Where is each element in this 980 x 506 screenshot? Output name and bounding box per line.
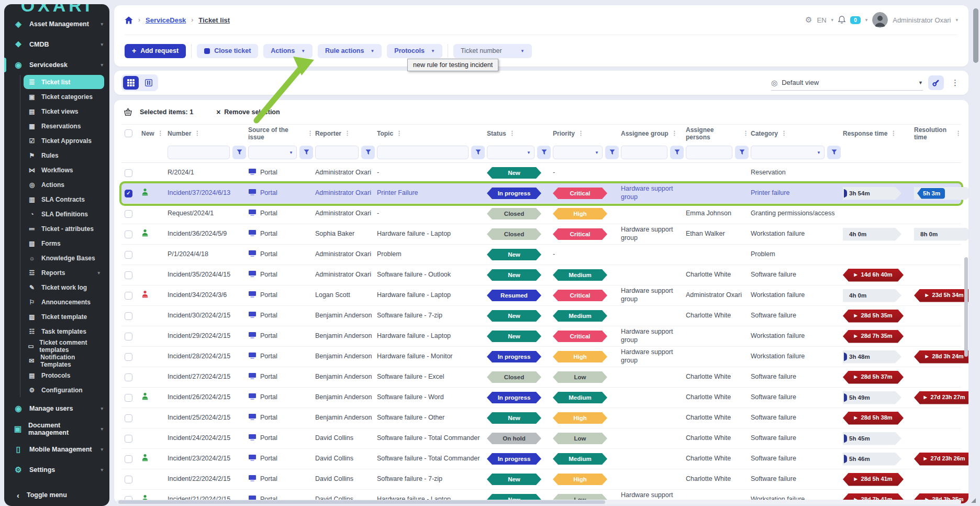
kebab-menu-button[interactable]: ⋮ [949, 78, 961, 87]
filter-funnel-button-category[interactable] [827, 146, 841, 159]
protocols-dropdown-button[interactable]: Protocols▼ [387, 44, 442, 58]
row-checkbox[interactable] [125, 373, 132, 381]
filter-input-assignee-persons[interactable] [686, 146, 732, 159]
sidebar-item-protocols[interactable]: ▤Protocols [24, 368, 104, 382]
table-row[interactable]: Incident/27/2024/2/15PortalBenjamin Ande… [121, 367, 961, 388]
table-row[interactable]: Request/2024/1PortalAdministrator Oxari-… [121, 204, 961, 224]
column-menu-icon[interactable]: ⋮ [743, 130, 749, 137]
sidebar-item-sla-definitions[interactable]: ◔SLA Definitions [24, 207, 104, 221]
filter-select-source-of-the-issue[interactable]: ▼ [248, 146, 297, 159]
table-row[interactable]: Incident/29/2024/2/15PortalBenjamin Ande… [121, 326, 961, 347]
filter-input-reporter[interactable] [315, 146, 359, 159]
sidebar-item-ticket-attributes[interactable]: ≔Ticket - attributes [24, 222, 104, 236]
toggle-menu-button[interactable]: ‹ Toggle menu [4, 486, 109, 504]
filter-funnel-button-assignee-persons[interactable] [735, 146, 749, 159]
sidebar-item-document-management[interactable]: ▣Document management▾ [4, 420, 109, 438]
sidebar-item-ticket-comment-templates[interactable]: ▭Ticket comment templates [24, 339, 104, 353]
wrench-button[interactable] [928, 75, 944, 90]
sidebar-item-configuration[interactable]: ⚙Configuration [24, 383, 104, 397]
table-row[interactable]: ✓Incident/37/2024/6/13PortalAdministrato… [121, 183, 961, 204]
language-selector[interactable]: EN [817, 16, 827, 24]
column-menu-icon[interactable]: ⋮ [344, 130, 350, 137]
column-menu-icon[interactable]: ⋮ [396, 130, 402, 137]
filter-funnel-button-source-of-the-issue[interactable] [299, 146, 313, 159]
sidebar-item-ticket-template[interactable]: ▨Ticket template [24, 310, 104, 324]
close-ticket-button[interactable]: Close ticket [197, 44, 258, 58]
filter-funnel-button-topic[interactable] [471, 146, 485, 159]
avatar[interactable] [872, 12, 888, 28]
row-checkbox[interactable] [125, 435, 132, 443]
actions-dropdown-button[interactable]: Actions▼ [263, 44, 313, 58]
row-checkbox[interactable] [125, 394, 132, 402]
row-checkbox[interactable] [125, 251, 132, 259]
sidebar-item-sla-contracts[interactable]: ▥SLA Contracts [24, 192, 104, 206]
column-menu-icon[interactable]: ⋮ [890, 130, 896, 137]
column-header-assignee-persons[interactable]: Assignee persons⋮ [686, 126, 749, 141]
sidebar-item-mobile-management[interactable]: ▯Mobile Management▾ [4, 441, 109, 458]
column-header-number[interactable]: Number⋮ [168, 130, 246, 137]
row-checkbox[interactable] [125, 210, 132, 218]
table-row[interactable]: Incident/22/2024/2/15PortalDavid Collins… [121, 469, 961, 490]
table-row[interactable]: Incident/26/2024/2/15PortalBenjamin Ande… [121, 388, 961, 408]
filter-funnel-button-assignee-group[interactable] [670, 146, 684, 159]
table-row[interactable]: R/2024/1PortalAdministrator Oxari-New-Re… [121, 163, 961, 183]
sidebar-item-ticket-views[interactable]: ▤Ticket views [24, 104, 104, 118]
home-icon[interactable] [125, 16, 133, 24]
view-selector[interactable]: ◎ Default view ▼ [771, 75, 923, 91]
sidebar-item-manage-users[interactable]: ◉Manage users▾ [4, 400, 109, 417]
filter-input-topic[interactable] [377, 146, 469, 159]
kanban-view-button[interactable] [141, 76, 157, 90]
filter-input-assignee-group[interactable] [621, 146, 667, 159]
column-header-new[interactable]: New⋮ [141, 130, 165, 137]
rule-actions-dropdown-item[interactable]: new rule for testing incident [407, 59, 498, 71]
column-header-priority[interactable]: Priority⋮ [553, 130, 619, 137]
sidebar-item-asset-management[interactable]: ◈Asset Management▾ [4, 15, 109, 33]
row-checkbox[interactable] [125, 312, 132, 320]
column-menu-icon[interactable]: ⋮ [509, 130, 515, 137]
sidebar-item-notification-templates[interactable]: ✉Notification Templates [24, 354, 104, 368]
add-request-button[interactable]: + Add request [125, 44, 186, 58]
breadcrumb-servicedesk[interactable]: ServiceDesk [146, 16, 186, 24]
table-row[interactable]: Incident/34/2024/3/6PortalLogan ScottHar… [121, 285, 961, 306]
breadcrumb-ticket-list[interactable]: Ticket list [198, 16, 230, 24]
sidebar-item-ticket-approvals[interactable]: ☑Ticket Approvals [24, 134, 104, 148]
table-row[interactable]: Incident/23/2024/2/15PortalDavid Collins… [121, 449, 961, 469]
filter-funnel-button-priority[interactable] [605, 146, 619, 159]
filter-select-priority[interactable]: ▼ [553, 146, 603, 159]
row-checkbox[interactable]: ✓ [125, 190, 132, 197]
column-header-topic[interactable]: Topic⋮ [377, 130, 485, 137]
column-header-response-time[interactable]: Response time⋮ [843, 130, 912, 137]
column-menu-icon[interactable]: ⋮ [158, 130, 163, 137]
rule-actions-dropdown-button[interactable]: Rule actions▼ [318, 44, 382, 58]
sidebar-item-workflows[interactable]: ⋈Workflows [24, 163, 104, 177]
sidebar-item-task-templates[interactable]: ☷Task templates [24, 324, 104, 338]
select-all-checkbox[interactable] [125, 129, 132, 137]
sidebar-item-ticket-categories[interactable]: ▣Ticket categories [24, 90, 104, 104]
sidebar-item-knowledge-bases[interactable]: ☼Knowledge Bases [24, 251, 104, 265]
column-header-reporter[interactable]: Reporter⋮ [315, 130, 375, 137]
table-row[interactable]: Incident/36/2024/5/9PortalSophia BakerHa… [121, 224, 961, 245]
column-header-assignee-group[interactable]: Assignee group⋮ [621, 130, 684, 137]
grid-view-button[interactable] [123, 76, 139, 90]
row-checkbox[interactable] [125, 455, 132, 463]
sidebar-item-actions[interactable]: ◎Actions [24, 178, 104, 192]
row-checkbox[interactable] [125, 169, 132, 177]
sidebar-item-servicedesk[interactable]: ◉Servicedesk▾ [4, 56, 109, 74]
page-scrollbar-thumb[interactable] [973, 8, 978, 63]
sidebar-item-forms[interactable]: ▧Forms [24, 236, 104, 250]
table-row[interactable]: Incident/24/2024/2/15PortalDavid Collins… [121, 428, 961, 449]
settings-gear-icon[interactable]: ⚙ [805, 15, 812, 25]
sidebar-item-rules[interactable]: ⚑Rules [24, 148, 104, 162]
filter-funnel-button-number[interactable] [232, 146, 246, 159]
column-header-status[interactable]: Status⋮ [487, 130, 551, 137]
filter-select-category[interactable]: ▼ [751, 146, 825, 159]
horizontal-scrollbar-thumb[interactable] [118, 500, 605, 504]
row-checkbox[interactable] [125, 353, 132, 361]
sidebar-item-ticket-work-log[interactable]: ✎Ticket work log [24, 280, 104, 294]
filter-select-status[interactable]: ▼ [487, 146, 534, 159]
column-menu-icon[interactable]: ⋮ [672, 130, 677, 137]
column-menu-icon[interactable]: ⋮ [307, 130, 313, 137]
table-row[interactable]: Incident/28/2024/2/15PortalBenjamin Ande… [121, 347, 961, 367]
sidebar-item-settings[interactable]: ⚙Settings▾ [4, 461, 109, 479]
row-checkbox[interactable] [125, 271, 132, 279]
